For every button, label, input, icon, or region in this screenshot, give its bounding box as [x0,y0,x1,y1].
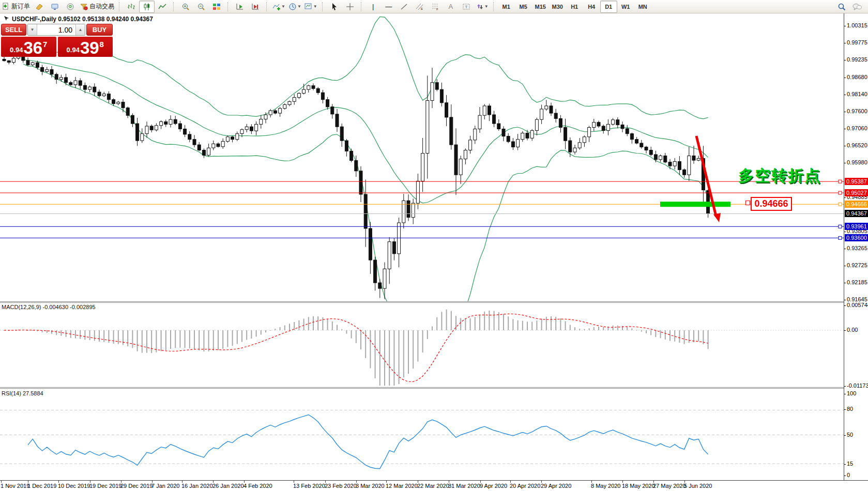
time-axis-label: 29 Apr 2020 [541,483,571,489]
trendline-button[interactable] [397,1,412,13]
time-axis-tick [386,481,387,483]
sell-quote-panel[interactable]: 0.94 36 7 [1,37,56,57]
crosshair-button[interactable] [342,1,358,13]
axis-tick [844,300,846,300]
toolbar-separator [361,2,364,11]
vertical-line-button[interactable]: | [366,1,381,13]
timeframe-mn[interactable]: MN [634,1,651,13]
sell-price-pip: 7 [43,40,47,49]
axis-label: 0.97060 [847,125,867,131]
indicators-dropdown-caret[interactable]: ▼ [281,4,285,9]
signals-icon [66,3,74,11]
cursor-button[interactable] [327,1,342,13]
time-axis-tick [182,481,182,483]
new-order-button[interactable]: 新订单 [0,1,32,13]
zoom-out-button[interactable] [193,1,209,13]
time-axis-tick [591,481,592,483]
axis-label: 0 [847,472,850,478]
price-tag-label[interactable]: 0.94666 [751,197,792,211]
timeframe-w1[interactable]: W1 [617,1,634,13]
templates-button[interactable]: ▼ [303,1,319,13]
candlestick-chart-icon [143,3,151,11]
chart-title: USDCHF-,Daily 0.95102 0.95138 0.94240 0.… [4,16,153,23]
rsi-pane[interactable] [0,389,844,480]
time-axis-label: 4 Feb 2020 [243,483,272,489]
timeframe-m1[interactable]: M1 [498,1,515,13]
signals-button[interactable] [63,1,78,13]
tile-windows-icon [212,3,221,11]
metaeditor-button[interactable] [32,1,47,13]
fibonacci-icon: F [431,3,439,11]
tile-windows-button[interactable] [209,1,224,13]
timeframe-d1[interactable]: D1 [600,1,617,13]
axis-label: 0.99775 [847,39,867,45]
timeframe-h4[interactable]: H4 [583,1,600,13]
equidistant-channel-button[interactable]: E [412,1,428,13]
indicators-button[interactable]: ▼ [271,1,287,13]
buy-quote-panel[interactable]: 0.94 39 8 [58,37,113,57]
pane-separator[interactable] [0,301,868,302]
axis-tick [844,386,846,387]
turning-point-annotation[interactable]: 多空转折点 [738,165,821,187]
candlestick-chart-button[interactable] [139,1,155,13]
text-label-button[interactable]: T [459,1,474,13]
macd-pane[interactable] [0,303,844,387]
horizontal-line-button[interactable]: — [381,1,397,13]
axis-label: 0.93265 [847,245,867,251]
market-watch-button[interactable] [47,1,63,13]
timeframe-m5[interactable]: M5 [515,1,532,13]
chat-button[interactable] [849,1,865,13]
timeframe-h1[interactable]: H1 [566,1,583,13]
time-axis-tick [1,481,2,483]
axis-tick [844,129,846,129]
text-label-icon: T [462,3,470,11]
volume-increase-button[interactable]: ▲ [75,24,85,35]
arrows-dropdown-caret[interactable]: ▼ [484,4,489,9]
axis-tick [844,232,846,232]
axis-tick [844,266,846,266]
axis-tick [844,78,846,78]
line-chart-button[interactable] [155,1,170,13]
search-button[interactable] [834,1,849,13]
axis-label: 0.98140 [847,91,867,97]
templates-dropdown-caret[interactable]: ▼ [313,4,317,9]
bar-chart-button[interactable] [124,1,139,13]
pane-separator[interactable] [0,387,868,388]
timeframe-m30[interactable]: M30 [549,1,566,13]
search-icon [837,3,846,11]
axis-label: 50 [847,432,853,438]
periods-button[interactable]: ▼ [287,1,303,13]
svg-text:E: E [421,7,423,10]
volume-value[interactable]: 1.00 [37,24,75,35]
text-button[interactable]: A [443,1,459,13]
volume-decrease-button[interactable]: ▼ [28,24,37,35]
price-tag-anchor-square [745,201,750,205]
auto-trading-button[interactable]: 自动交易 [78,1,116,13]
price-axis[interactable]: 1.003150.997750.992350.986800.981400.976… [844,13,868,480]
price-badge: 0.93600 [845,234,868,241]
time-axis-label: 26 Jan 2020 [212,483,244,489]
buy-button[interactable]: BUY [86,24,113,36]
chart-window[interactable]: 1.003150.997750.992350.986800.981400.976… [0,13,868,491]
mt4-window: 新订单 自动交易 [0,0,868,491]
time-axis-tick [356,481,357,483]
axis-tick [844,249,846,249]
horizontal-line-icon: — [385,3,392,10]
buy-price-prefix: 0.94 [67,46,80,54]
time-axis-tick [152,481,153,483]
main-chart-pane[interactable] [0,13,844,301]
chart-shift-button[interactable] [248,1,263,13]
axis-tick [844,330,846,331]
time-axis-label: 31 Mar 2020 [448,483,480,489]
periods-dropdown-caret[interactable]: ▼ [297,4,301,9]
time-axis-label: 22 Mar 2020 [417,483,449,489]
time-axis[interactable]: 1 Nov 20191 Dec 201910 Dec 201919 Dec 20… [0,480,868,491]
auto-scroll-button[interactable] [232,1,248,13]
templates-icon [304,3,313,11]
fibonacci-button[interactable]: F [428,1,443,13]
arrows-button[interactable]: ▼ [474,1,490,13]
price-badge: 0.94367 [845,210,868,217]
timeframe-m15[interactable]: M15 [532,1,549,13]
sell-button[interactable]: SELL [1,24,26,36]
zoom-in-button[interactable] [178,1,193,13]
